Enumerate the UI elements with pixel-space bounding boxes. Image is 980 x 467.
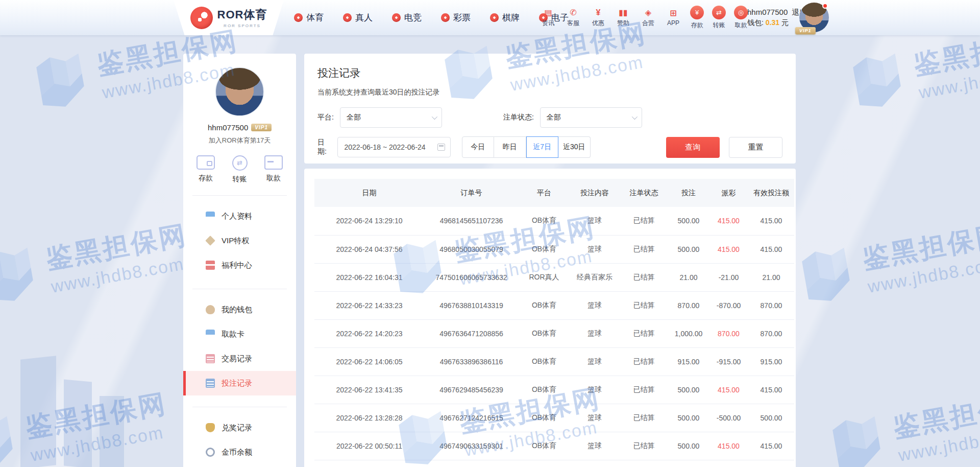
- bet-records-table: 日期订单号平台投注内容注单状态投注派彩有效投注额 2022-06-24 13:2…: [314, 179, 794, 460]
- live-icon: [343, 13, 352, 22]
- cell-platform: OB体育: [519, 376, 570, 404]
- background-building: [64, 380, 92, 467]
- withdraw-icon: ◎: [734, 6, 748, 19]
- cell-platform: OB体育: [519, 291, 570, 319]
- nav-item-esports[interactable]: 电竞: [392, 12, 422, 24]
- sidebar-item-bet-records[interactable]: 投注记录: [183, 371, 296, 395]
- sidebar-menu-group: 我的钱包取款卡交易记录投注记录: [183, 289, 296, 395]
- cell-platform: OB体育: [519, 404, 570, 432]
- withdraw-icon: [264, 155, 283, 170]
- header-withdraw-button[interactable]: ◎取款: [734, 6, 748, 30]
- cell-status: 已结算: [620, 263, 668, 291]
- sidebar-item-coin-balance[interactable]: 金币余额: [183, 440, 296, 464]
- profile-avatar[interactable]: [215, 67, 264, 116]
- sidebar-item-vip-privilege[interactable]: VIP特权: [183, 228, 296, 253]
- sidebar-withdraw-button[interactable]: 取款: [264, 155, 283, 184]
- cell-payout: -500.00: [709, 404, 748, 432]
- cell-date: 2022-06-22 16:04:31: [314, 263, 424, 291]
- sidebar-menu-group: 个人资料VIP特权福利中心: [183, 196, 296, 277]
- nav-label-chess: 棋牌: [502, 12, 520, 24]
- table-row: 2022-06-22 16:04:31747501606065733632ROR…: [314, 263, 794, 291]
- platform-select[interactable]: 全部: [340, 107, 442, 128]
- nav-item-sports[interactable]: 体育: [294, 12, 324, 24]
- cell-platform: OB体育: [519, 235, 570, 263]
- sidebar-item-withdraw-card[interactable]: 取款卡: [183, 322, 296, 346]
- utility-promo[interactable]: ¥优惠: [592, 8, 604, 28]
- utility-sponsor[interactable]: ▮▮赞助: [617, 8, 629, 28]
- header-avatar[interactable]: VIP1: [799, 3, 829, 32]
- nav-item-live[interactable]: 真人: [343, 12, 373, 24]
- cell-status: 已结算: [620, 404, 668, 432]
- cell-order: 4968050030055079: [424, 235, 519, 263]
- utility-app[interactable]: ⊞APP: [667, 9, 679, 27]
- cell-payout: 415.00: [709, 235, 748, 263]
- sidebar-item-welfare[interactable]: 福利中心: [183, 253, 296, 277]
- column-header: 日期: [314, 179, 424, 207]
- background-building: [100, 396, 124, 467]
- utility-label-sponsor: 赞助: [617, 19, 629, 28]
- utility-news[interactable]: ▤资讯: [542, 8, 554, 28]
- date-range-input[interactable]: 2022-06-18 ~ 2022-06-24: [337, 137, 450, 157]
- cell-content: 篮球: [570, 376, 620, 404]
- utility-label-service: 客服: [567, 19, 579, 28]
- sidebar-deposit-button[interactable]: 存款: [197, 155, 215, 184]
- sidebar-item-label: 投注记录: [222, 379, 252, 388]
- sidebar-item-transactions[interactable]: 交易记录: [183, 346, 296, 371]
- cell-date: 2022-06-24 13:29:10: [314, 207, 424, 235]
- status-select-value: 全部: [547, 113, 561, 122]
- cell-valid: 500.00: [748, 404, 794, 432]
- nav-item-lottery[interactable]: 彩票: [441, 12, 471, 24]
- sidebar-item-profile[interactable]: 个人资料: [183, 204, 296, 228]
- sidebar-item-label: 个人资料: [222, 212, 252, 221]
- esports-icon: [392, 13, 401, 22]
- cell-date: 2022-06-22 00:50:11: [314, 432, 424, 460]
- cell-payout: -915.00: [709, 347, 748, 376]
- table-row: 2022-06-22 14:33:234967638810143319OB体育篮…: [314, 291, 794, 319]
- column-header: 平台: [519, 179, 570, 207]
- sidebar-item-redeem-records[interactable]: 兑奖记录: [183, 415, 296, 440]
- transfer-icon: ⇄: [232, 155, 248, 171]
- date-shortcut-昨日[interactable]: 昨日: [494, 136, 526, 158]
- cell-order: 747501606065733632: [424, 263, 519, 291]
- reset-button[interactable]: 重置: [729, 137, 782, 158]
- service-icon: ✆: [570, 8, 576, 17]
- sidebar-transfer-button[interactable]: ⇄转账: [231, 155, 249, 184]
- page-title: 投注记录: [317, 66, 782, 80]
- nav-item-chess[interactable]: 棋牌: [490, 12, 520, 24]
- status-select[interactable]: 全部: [540, 107, 642, 128]
- date-shortcut-近7日[interactable]: 近7日: [526, 136, 558, 158]
- cell-status: 已结算: [620, 291, 668, 319]
- sidebar-item-my-wallet[interactable]: 我的钱包: [183, 297, 296, 322]
- wallet-amount: 0.31: [766, 18, 779, 27]
- utility-partner[interactable]: ◈合营: [642, 8, 654, 28]
- cell-order: 4967636471208856: [424, 319, 519, 347]
- sidebar-transfer-label: 转账: [233, 175, 247, 184]
- sidebar-item-label: 兑奖记录: [222, 423, 252, 433]
- date-shortcut-今日[interactable]: 今日: [462, 136, 494, 158]
- header-quick-actions: ¥存款⇄转账◎取款: [690, 0, 748, 35]
- sidebar-item-label: 我的钱包: [222, 305, 252, 315]
- cell-payout: 415.00: [709, 207, 748, 235]
- header-transfer-label: 转账: [713, 21, 725, 30]
- header-deposit-button[interactable]: ¥存款: [690, 6, 704, 30]
- sidebar-item-message-center[interactable]: 消息中心67: [183, 464, 296, 467]
- sidebar-item-label: VIP特权: [222, 236, 249, 246]
- query-button[interactable]: 查询: [666, 137, 720, 158]
- cell-payout: -21.00: [709, 263, 748, 291]
- header-transfer-button[interactable]: ⇄转账: [712, 6, 726, 30]
- utility-service[interactable]: ✆客服: [567, 8, 579, 28]
- logo-title: ROR体育: [217, 7, 267, 22]
- date-shortcut-近30日[interactable]: 近30日: [558, 136, 591, 158]
- table-row: 2022-06-22 14:20:234967636471208856OB体育篮…: [314, 319, 794, 347]
- lottery-icon: [441, 13, 450, 22]
- cell-valid: 415.00: [748, 207, 794, 235]
- nav-label-lottery: 彩票: [453, 12, 471, 24]
- cell-status: 已结算: [620, 347, 668, 376]
- table-row: 2022-06-22 14:06:054967633896386116OB体育篮…: [314, 347, 794, 376]
- cell-bet: 21.00: [668, 263, 709, 291]
- column-header: 注单状态: [620, 179, 668, 207]
- date-label: 日期:: [317, 138, 331, 156]
- wallet-unit: 元: [781, 18, 789, 27]
- cell-content: 经典百家乐: [570, 263, 620, 291]
- logo[interactable]: ROR体育 ROR SPORTS: [167, 0, 290, 35]
